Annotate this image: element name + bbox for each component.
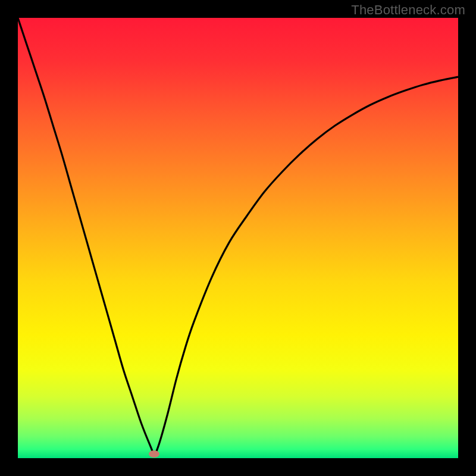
bottleneck-curve: [18, 18, 458, 458]
plot-area: [18, 18, 458, 458]
watermark-text: TheBottleneck.com: [351, 2, 465, 18]
curve-path: [18, 18, 458, 454]
chart-frame: TheBottleneck.com: [0, 0, 476, 476]
optimal-point-marker: [149, 450, 159, 458]
